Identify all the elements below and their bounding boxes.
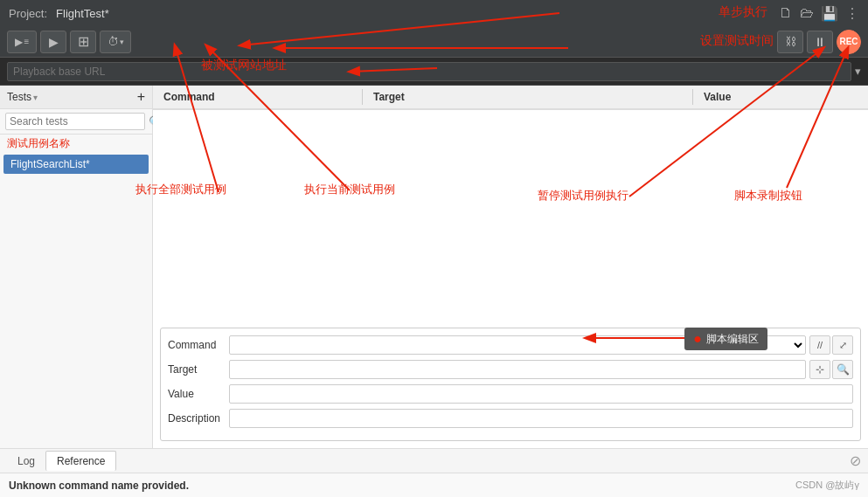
content-area: Tests ▾ + 🔍 测试用例名称 FlightSearchList* Com… [0,86,868,448]
pause-button[interactable]: ⏸ [807,31,833,53]
target-label: Target [168,363,229,376]
step-button[interactable]: ⊞ [70,31,96,53]
test-name-annotation: 测试用例名称 [0,135,152,153]
description-input[interactable] [229,409,853,428]
new-file-icon[interactable]: 🗋 [779,5,793,21]
comment-button[interactable]: // [809,335,830,355]
open-folder-icon[interactable]: 🗁 [800,5,814,21]
target-row: Target ⊹ 🔍 [168,360,853,379]
link-button[interactable]: ⛓ [777,31,803,53]
script-editor: Command // ⤢ Target ⊹ 🔍 [160,328,861,441]
status-error-text: Unknown command name provided. [9,480,189,492]
tab-reference[interactable]: Reference [45,451,116,471]
search-input[interactable] [5,113,145,130]
col-target: Target [363,89,693,105]
toolbar-right: ⛓ ⏸ REC [777,30,861,54]
col-command: Command [153,89,363,105]
tab-settings-icon[interactable]: ⊘ [850,452,861,469]
toolbar-left: ▶≡ ▶ ⊞ ⏱▾ [7,31,131,53]
target-select-button[interactable]: ⊹ [809,360,830,379]
col-value: Value [693,89,868,105]
expand-button[interactable]: ⤢ [832,335,853,355]
description-row: Description [168,409,853,428]
status-bar: Unknown command name provided. CSDN @故屿γ [0,473,868,497]
title-bar-right: 🗋 🗁 💾 ⋮ [779,5,859,22]
value-row: Value [168,384,853,404]
value-label: Value [168,388,229,400]
target-find-button[interactable]: 🔍 [832,360,853,379]
target-input[interactable] [229,360,806,379]
project-name: FlightTest* [56,7,109,20]
url-bar: ▾ [0,58,868,86]
main-panel: Command Target Value Command // ⤢ [153,86,868,448]
table-header: Command Target Value [153,86,868,110]
toolbar: ▶≡ ▶ ⊞ ⏱▾ ⛓ ⏸ REC [0,26,868,58]
sidebar-search: 🔍 [0,109,152,135]
rec-button[interactable]: REC [837,30,861,54]
url-dropdown-icon[interactable]: ▾ [855,65,861,78]
bottom-tabs: Log Reference ⊘ [0,448,868,473]
title-bar-left: Project: FlightTest* [9,7,109,20]
add-test-button[interactable]: + [137,89,145,105]
tests-label: Tests [7,91,31,103]
tests-dropdown[interactable]: ▾ [33,93,38,102]
url-input[interactable] [7,62,851,81]
tab-log[interactable]: Log [7,452,45,471]
project-label: Project: [9,7,47,20]
title-bar: Project: FlightTest* 🗋 🗁 💾 ⋮ [0,0,868,26]
target-actions: ⊹ 🔍 [809,360,853,379]
timer-button[interactable]: ⏱▾ [100,31,131,53]
command-label: Command [168,339,229,351]
table-body [153,110,868,321]
command-row: Command // ⤢ [168,335,853,355]
command-select[interactable] [229,335,806,355]
value-input[interactable] [229,384,853,404]
run-all-button[interactable]: ▶≡ [7,31,37,53]
more-icon[interactable]: ⋮ [845,5,859,22]
run-current-button[interactable]: ▶ [40,31,66,53]
status-credit: CSDN @故屿γ [795,479,859,492]
command-actions: // ⤢ [809,335,853,355]
sidebar-header: Tests ▾ + [0,86,152,109]
test-item-flightsearchlist[interactable]: FlightSearchList* [3,155,149,174]
sidebar: Tests ▾ + 🔍 测试用例名称 FlightSearchList* [0,86,153,448]
description-label: Description [168,412,229,425]
save-icon[interactable]: 💾 [821,5,838,22]
